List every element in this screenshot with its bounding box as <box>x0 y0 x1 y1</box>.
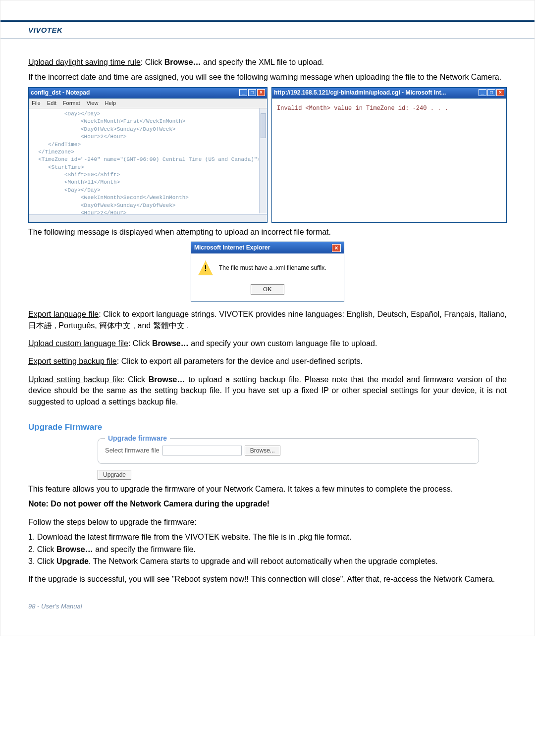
upgrade-heading: Upgrade Firmware <box>28 421 507 433</box>
upgrade-description: This feature allows you to upgrade the f… <box>28 484 507 495</box>
ok-button[interactable]: OK <box>251 284 284 295</box>
window-buttons: _ □ × <box>239 89 265 96</box>
export-backup-label: Export setting backup file <box>28 357 117 365</box>
page-footer: 98 - User's Manual <box>28 602 507 611</box>
upgrade-steps: 1. Download the latest firmware file fro… <box>28 532 507 567</box>
maximize-icon[interactable]: □ <box>487 89 495 96</box>
notepad-menu: File Edit Format View Help <box>29 99 267 108</box>
ie-error-msg: Invalid <Month> value in TimeZone id: -2… <box>277 105 448 112</box>
ie-title-bar: http://192.168.5.121/cgi-bin/admin/uploa… <box>272 88 506 99</box>
menu-edit[interactable]: Edit <box>47 100 56 106</box>
dialog-title-bar: Microsoft Internet Explorer × <box>191 242 344 253</box>
firmware-file-input[interactable] <box>162 446 242 455</box>
step-3: 3. Click Upgrade. The Network Camera sta… <box>28 556 507 567</box>
upload-dst-paragraph: Upload daylight saving time rule: Click … <box>28 57 507 68</box>
browse-button[interactable]: Browse... <box>245 446 280 455</box>
close-icon[interactable]: × <box>496 89 504 96</box>
ie-title: http://192.168.5.121/cgi-bin/admin/uploa… <box>274 89 446 97</box>
step-2: 2. Click Browse… and specify the firmwar… <box>28 544 507 555</box>
notepad-body: <Day></Day> <WeekInMonth>First</WeekInMo… <box>29 108 267 222</box>
page-header: VIVOTEK <box>0 20 535 39</box>
dialog-title: Microsoft Internet Explorer <box>194 244 270 252</box>
incorrect-format-caption: The following message is displayed when … <box>28 227 507 238</box>
warning-icon <box>198 260 213 275</box>
ie-error-body: Invalid <Month> value in TimeZone id: -2… <box>272 99 506 158</box>
menu-file[interactable]: File <box>32 100 41 106</box>
screenshot-row: config_dst - Notepad _ □ × File Edit For… <box>28 87 507 223</box>
menu-format[interactable]: Format <box>63 100 80 106</box>
scrollbar-vertical[interactable] <box>259 108 267 213</box>
upload-backup-label: Upload setting backup file <box>28 375 122 384</box>
upgrade-legend: Upgrade firmware <box>105 434 170 444</box>
browse-strong: Browse… <box>164 58 201 66</box>
scrollbar-horizontal[interactable] <box>29 214 267 222</box>
brand-logo: VIVOTEK <box>28 26 62 34</box>
dialog-message: The file must have a .xml filename suffi… <box>219 264 326 272</box>
close-icon[interactable]: × <box>257 89 265 96</box>
menu-view[interactable]: View <box>87 100 99 106</box>
minimize-icon[interactable]: _ <box>479 89 486 96</box>
notepad-title-bar: config_dst - Notepad _ □ × <box>29 88 267 99</box>
ie-error-window: http://192.168.5.121/cgi-bin/admin/uploa… <box>271 87 507 223</box>
minimize-icon[interactable]: _ <box>239 89 247 96</box>
export-backup-paragraph: Export setting backup file: Click to exp… <box>28 356 507 367</box>
upgrade-button[interactable]: Upgrade <box>98 470 131 480</box>
upload-backup-paragraph: Upload setting backup file: Click Browse… <box>28 374 507 407</box>
upload-lang-label: Upload custom language file <box>28 339 128 348</box>
upload-dst-label: Upload daylight saving time rule <box>28 58 141 66</box>
upgrade-note: Note: Do not power off the Network Camer… <box>28 499 507 509</box>
dialog-wrap: Microsoft Internet Explorer × The file m… <box>28 242 507 302</box>
step-1: 1. Download the latest firmware file fro… <box>28 532 507 543</box>
upload-lang-paragraph: Upload custom language file: Click Brows… <box>28 338 507 349</box>
upgrade-firmware-block: Upgrade firmware Select firmware file Br… <box>98 438 479 480</box>
maximize-icon[interactable]: □ <box>248 89 256 96</box>
warning-intro: If the incorrect date and time are assig… <box>28 72 507 83</box>
menu-help[interactable]: Help <box>105 100 116 106</box>
export-lang-label: Export language file <box>28 310 99 318</box>
export-lang-paragraph: Export language file: Click to export la… <box>28 309 507 331</box>
ie-dialog: Microsoft Internet Explorer × The file m… <box>191 242 344 302</box>
steps-intro: Follow the steps below to upgrade the fi… <box>28 517 507 528</box>
notepad-window: config_dst - Notepad _ □ × File Edit For… <box>28 87 268 223</box>
select-firmware-label: Select firmware file <box>105 446 160 455</box>
close-icon[interactable]: × <box>332 244 341 252</box>
upgrade-success: If the upgrade is successful, you will s… <box>28 574 507 585</box>
upgrade-fieldset: Upgrade firmware Select firmware file Br… <box>98 438 479 464</box>
notepad-title: config_dst - Notepad <box>31 89 90 97</box>
